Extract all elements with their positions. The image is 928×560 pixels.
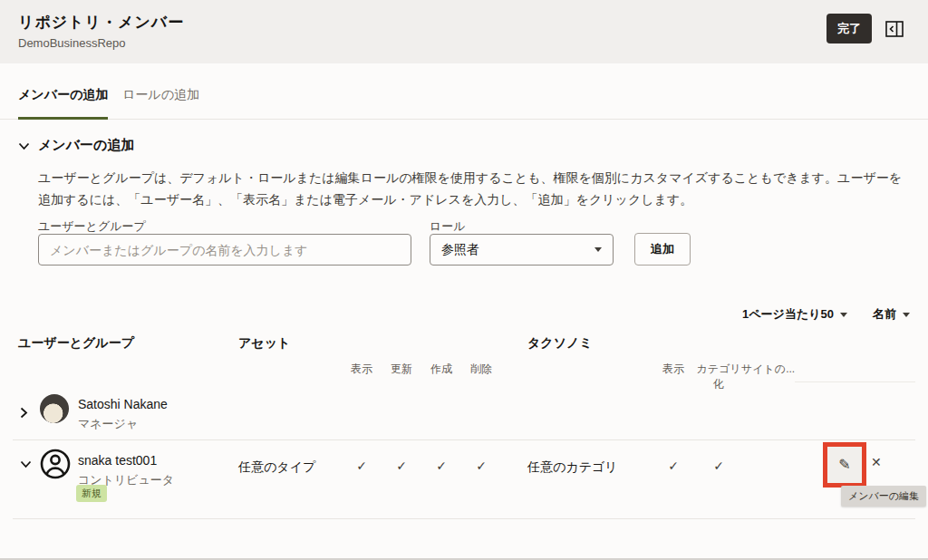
table-row: Satoshi Nakane マネージャ bbox=[0, 391, 928, 439]
column-header-user-group: ユーザーとグループ bbox=[18, 335, 134, 352]
repository-name: DemoBusinessRepo bbox=[18, 36, 126, 50]
list-controls: 1ページ当たり50 名前 bbox=[742, 306, 910, 323]
avatar bbox=[40, 449, 71, 479]
check-icon: ✓ bbox=[382, 459, 421, 473]
section-title: メンバーの追加 bbox=[38, 137, 134, 154]
taxonomy-scope: 任意のカテゴリ bbox=[527, 459, 618, 476]
check-icon: ✓ bbox=[461, 459, 501, 473]
tab-bar: メンバーの追加 ロールの追加 bbox=[0, 63, 928, 120]
sort-label: 名前 bbox=[873, 306, 896, 323]
subheader-asset-create: 作成 bbox=[421, 362, 461, 377]
chevron-right-icon[interactable] bbox=[20, 407, 28, 419]
member-name-input[interactable] bbox=[38, 234, 411, 266]
row-divider bbox=[13, 518, 915, 519]
sort-dropdown[interactable]: 名前 bbox=[873, 306, 910, 323]
done-button[interactable]: 完了 bbox=[826, 14, 872, 43]
collapse-panel-icon[interactable] bbox=[885, 21, 904, 37]
member-name: snaka test001 bbox=[78, 453, 157, 468]
section-collapse-chevron-icon[interactable] bbox=[18, 142, 30, 150]
row-divider bbox=[13, 439, 915, 440]
check-icon: ✓ bbox=[342, 459, 382, 473]
tab-add-members[interactable]: メンバーの追加 bbox=[18, 87, 108, 120]
edit-member-tooltip: メンバーの編集 bbox=[841, 486, 926, 507]
subheader-taxonomy-view: 表示 bbox=[653, 362, 693, 377]
role-select[interactable]: 参照者 bbox=[430, 234, 614, 266]
page-header: リポジトリ・メンバー DemoBusinessRepo 完了 bbox=[0, 0, 928, 63]
chevron-down-icon[interactable] bbox=[20, 460, 32, 468]
subheader-asset-update: 更新 bbox=[382, 362, 421, 377]
check-icon: ✓ bbox=[421, 459, 461, 473]
chevron-down-icon bbox=[840, 313, 847, 317]
avatar bbox=[40, 394, 69, 423]
tab-add-roles[interactable]: ロールの追加 bbox=[122, 87, 199, 120]
subheader-asset-view: 表示 bbox=[342, 362, 382, 377]
check-icon: ✓ bbox=[693, 459, 744, 473]
click-annotation-highlight: ✎ bbox=[823, 442, 866, 488]
chevron-down-icon bbox=[594, 247, 602, 252]
asset-scope: 任意のタイプ bbox=[238, 459, 315, 476]
table-row: snaka test001 コントリビュータ 新規 任意のタイプ ✓ ✓ ✓ ✓… bbox=[0, 444, 928, 518]
role-select-value: 参照者 bbox=[441, 242, 479, 258]
member-role: マネージャ bbox=[78, 416, 138, 432]
role-label: ロール bbox=[430, 218, 466, 235]
status-badge-new: 新規 bbox=[76, 485, 107, 502]
page-size-label: 1ページ当たり50 bbox=[742, 306, 834, 323]
column-header-assets: アセット bbox=[238, 335, 290, 352]
chevron-down-icon bbox=[903, 313, 910, 317]
add-button[interactable]: 追加 bbox=[634, 233, 691, 266]
section-description: ユーザーとグループは、デフォルト・ロールまたは編集ロールの権限を使用することも、… bbox=[38, 167, 903, 210]
subheader-taxonomy-sites: サイトの... bbox=[741, 362, 805, 377]
member-name: Satoshi Nakane bbox=[78, 397, 168, 411]
page-title: リポジトリ・メンバー bbox=[18, 12, 184, 33]
edit-member-pencil-icon[interactable]: ✎ bbox=[838, 458, 850, 472]
actions-column-divider bbox=[795, 381, 915, 382]
page-size-dropdown[interactable]: 1ページ当たり50 bbox=[742, 306, 847, 323]
user-group-label: ユーザーとグループ bbox=[38, 218, 146, 235]
column-header-taxonomies: タクソノミ bbox=[527, 335, 593, 352]
check-icon: ✓ bbox=[653, 459, 693, 473]
remove-member-x-icon[interactable]: ✕ bbox=[871, 456, 882, 468]
repository-members-page: リポジトリ・メンバー DemoBusinessRepo 完了 メンバーの追加 ロ… bbox=[0, 0, 928, 560]
subheader-asset-delete: 削除 bbox=[461, 362, 501, 377]
subheader-taxonomy-categorize: カテゴリ化 bbox=[693, 362, 744, 392]
